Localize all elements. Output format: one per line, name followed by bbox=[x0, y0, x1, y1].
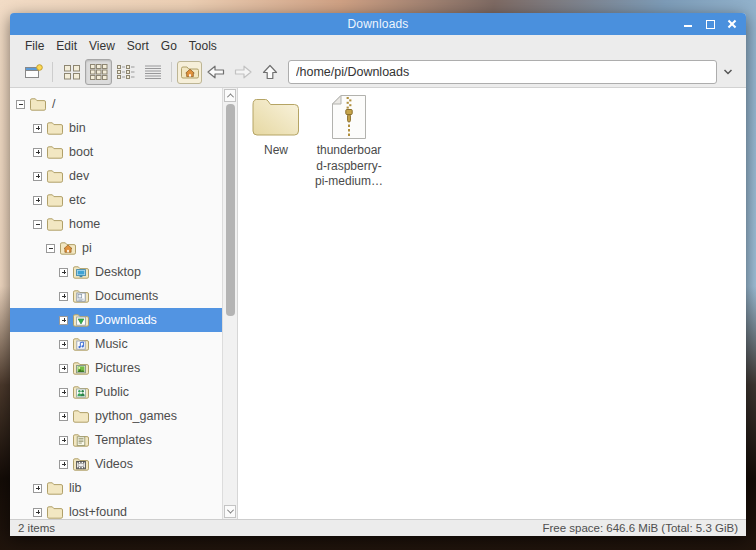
sidebar-item-etc[interactable]: etc bbox=[10, 188, 237, 212]
detailed-view-icon bbox=[143, 63, 163, 81]
menu-file[interactable]: File bbox=[19, 36, 50, 56]
expand-toggle-icon[interactable] bbox=[59, 412, 68, 421]
menu-edit[interactable]: Edit bbox=[50, 36, 83, 56]
go-back-button[interactable] bbox=[202, 59, 229, 85]
sidebar-item-public[interactable]: Public bbox=[10, 380, 237, 404]
view-icons-button[interactable] bbox=[58, 59, 85, 85]
collapse-toggle-icon[interactable] bbox=[16, 100, 25, 109]
sidebar-item-downloads[interactable]: Downloads bbox=[10, 308, 237, 332]
folder-music-icon bbox=[72, 336, 90, 352]
window-titlebar[interactable]: Downloads bbox=[10, 13, 746, 35]
expand-toggle-icon[interactable] bbox=[33, 196, 42, 205]
expand-toggle-icon[interactable] bbox=[33, 484, 42, 493]
sidebar-item-documents[interactable]: Documents bbox=[10, 284, 237, 308]
home-folder-icon bbox=[180, 64, 200, 80]
folder-downloads-icon bbox=[72, 312, 90, 328]
sidebar-item-lost-found[interactable]: lost+found bbox=[10, 500, 237, 519]
free-space: Free space: 646.6 MiB (Total: 5.3 GiB) bbox=[542, 522, 738, 534]
toolbar-separator bbox=[52, 62, 53, 82]
sidebar-item-lib[interactable]: lib bbox=[10, 476, 237, 500]
path-dropdown-button[interactable] bbox=[717, 68, 738, 76]
expand-toggle-icon[interactable] bbox=[59, 364, 68, 373]
folder-large-icon bbox=[249, 93, 303, 141]
view-compact-button[interactable] bbox=[112, 59, 139, 85]
folder-home-icon bbox=[59, 240, 77, 256]
scroll-down-button[interactable] bbox=[224, 505, 236, 518]
expand-toggle-icon[interactable] bbox=[33, 172, 42, 181]
chevron-down-icon bbox=[226, 507, 233, 514]
file-item-new[interactable]: New bbox=[242, 93, 310, 159]
tree-label: lost+found bbox=[69, 505, 127, 519]
folder-documents-icon bbox=[72, 288, 90, 304]
file-label-line: d-raspberry- bbox=[315, 159, 383, 175]
go-home-button[interactable] bbox=[177, 61, 202, 84]
close-button[interactable] bbox=[727, 19, 737, 29]
sidebar-item-pictures[interactable]: Pictures bbox=[10, 356, 237, 380]
file-list-pane[interactable]: Newthunderboard-raspberry-pi-medium… bbox=[238, 88, 746, 519]
expand-toggle-icon[interactable] bbox=[59, 292, 68, 301]
sidebar-item-bin[interactable]: bin bbox=[10, 116, 237, 140]
tree-label: home bbox=[69, 217, 100, 231]
sidebar-item-python-games[interactable]: python_games bbox=[10, 404, 237, 428]
expand-toggle-icon[interactable] bbox=[59, 268, 68, 277]
go-forward-button[interactable] bbox=[229, 59, 256, 85]
file-label: New bbox=[264, 143, 288, 159]
folder-icon bbox=[46, 144, 64, 160]
go-up-button[interactable] bbox=[256, 59, 283, 85]
statusbar: 2 items Free space: 646.6 MiB (Total: 5.… bbox=[10, 519, 746, 536]
view-detailed-button[interactable] bbox=[139, 59, 166, 85]
icon-view-icon bbox=[62, 63, 82, 81]
window-title: Downloads bbox=[10, 17, 746, 31]
sidebar-item-templates[interactable]: Templates bbox=[10, 428, 237, 452]
file-label: thunderboard-raspberry-pi-medium… bbox=[315, 143, 383, 190]
menu-go[interactable]: Go bbox=[155, 36, 183, 56]
menu-sort[interactable]: Sort bbox=[121, 36, 155, 56]
menu-tools[interactable]: Tools bbox=[183, 36, 223, 56]
sidebar-item-dev[interactable]: dev bbox=[10, 164, 237, 188]
thumbnail-view-icon bbox=[89, 63, 109, 81]
folder-templates-icon bbox=[72, 432, 90, 448]
chevron-up-icon bbox=[226, 93, 233, 100]
sidebar-item-home[interactable]: home bbox=[10, 212, 237, 236]
expand-toggle-icon[interactable] bbox=[33, 148, 42, 157]
maximize-button[interactable] bbox=[705, 19, 715, 29]
path-combo bbox=[288, 60, 738, 84]
scroll-up-button[interactable] bbox=[224, 89, 236, 102]
collapse-toggle-icon[interactable] bbox=[46, 244, 55, 253]
folder-icon bbox=[46, 480, 64, 496]
zip-file-icon bbox=[322, 93, 376, 141]
sidebar-item-pi[interactable]: pi bbox=[10, 236, 237, 260]
file-item-thunderboar[interactable]: thunderboard-raspberry-pi-medium… bbox=[315, 93, 383, 190]
sidebar-item-videos[interactable]: Videos bbox=[10, 452, 237, 476]
file-label-line: pi-medium… bbox=[315, 174, 383, 190]
file-label-line: thunderboar bbox=[315, 143, 383, 159]
view-thumbnails-button[interactable] bbox=[85, 59, 112, 85]
menu-view[interactable]: View bbox=[83, 36, 121, 56]
tree-label: etc bbox=[69, 193, 86, 207]
minimize-button[interactable] bbox=[683, 19, 693, 29]
sidebar-item-desktop[interactable]: Desktop bbox=[10, 260, 237, 284]
sidebar-item-root[interactable]: / bbox=[10, 92, 237, 116]
forward-arrow-icon bbox=[232, 63, 254, 81]
tree-label: python_games bbox=[95, 409, 177, 423]
expand-toggle-icon[interactable] bbox=[59, 340, 68, 349]
new-window-button[interactable] bbox=[20, 59, 47, 85]
expand-toggle-icon[interactable] bbox=[33, 508, 42, 517]
expand-toggle-icon[interactable] bbox=[59, 388, 68, 397]
sidebar-item-music[interactable]: Music bbox=[10, 332, 237, 356]
expand-toggle-icon[interactable] bbox=[59, 436, 68, 445]
sidebar-item-boot[interactable]: boot bbox=[10, 140, 237, 164]
expand-toggle-icon[interactable] bbox=[33, 124, 42, 133]
expand-toggle-icon[interactable] bbox=[59, 460, 68, 469]
toolbar bbox=[10, 57, 746, 88]
expand-toggle-icon[interactable] bbox=[59, 316, 68, 325]
folder-icon bbox=[46, 168, 64, 184]
tree-label: Public bbox=[95, 385, 129, 399]
scrollbar-thumb[interactable] bbox=[226, 104, 235, 316]
sidebar-scrollbar[interactable] bbox=[222, 88, 237, 519]
collapse-toggle-icon[interactable] bbox=[33, 220, 42, 229]
back-arrow-icon bbox=[205, 63, 227, 81]
tree-label: / bbox=[52, 97, 55, 111]
window-controls bbox=[683, 13, 737, 35]
path-input[interactable] bbox=[288, 60, 717, 84]
